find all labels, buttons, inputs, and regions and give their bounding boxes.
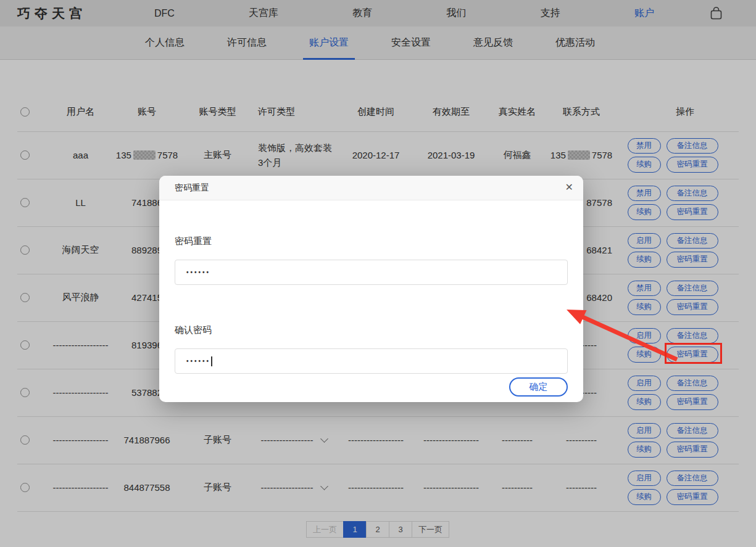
password-reset-modal: 密码重置 ✕ 密码重置 •••••• 确认密码 •••••• 确定 [159,176,583,402]
confirm-password-field: 确认密码 •••••• [175,285,568,374]
password-field: 密码重置 •••••• [175,200,568,285]
text-caret [211,356,212,366]
confirm-password-label: 确认密码 [175,324,568,336]
password-label: 密码重置 [175,236,568,247]
modal-title: 密码重置 [175,183,209,194]
page: 巧夺天宫 DFC天宫库教育我们支持账户 个人信息许可信息账户设置安全设置意见反馈… [0,0,756,547]
confirm-password-input[interactable]: •••••• [175,348,568,374]
password-input[interactable]: •••••• [175,260,568,285]
close-icon[interactable]: ✕ [565,181,573,193]
password-value: •••••• [186,269,210,276]
confirm-button[interactable]: 确定 [509,377,568,397]
confirm-password-value: •••••• [186,358,210,364]
modal-header: 密码重置 ✕ [159,176,583,200]
modal-body: 密码重置 •••••• 确认密码 •••••• 确定 [159,200,583,397]
